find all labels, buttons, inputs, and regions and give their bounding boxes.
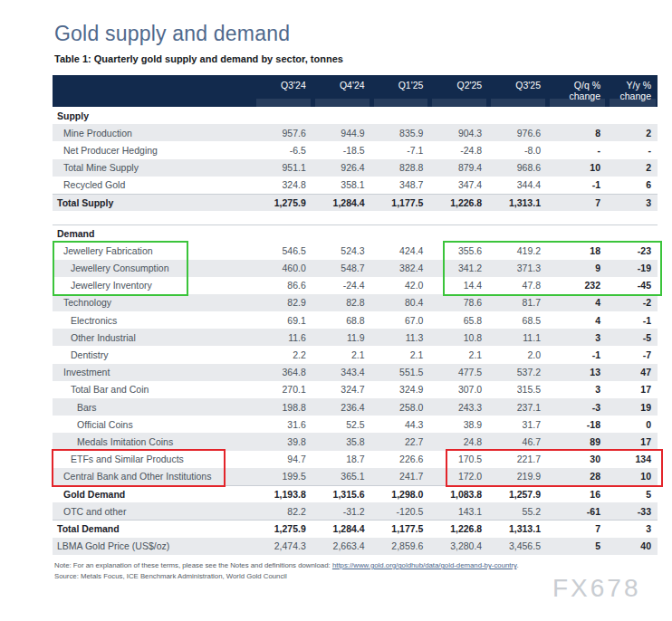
row-label: Bars xyxy=(53,402,254,413)
cell-value: 243.3 xyxy=(429,402,488,413)
cell-value: -7.1 xyxy=(371,145,430,156)
cell-value: -2 xyxy=(607,297,658,308)
cell-value: 42.0 xyxy=(371,280,430,291)
table-row-recycled-gold: Recycled Gold324.8358.1348.7347.4344.4-1… xyxy=(53,177,658,194)
cell-value: 1,226.8 xyxy=(429,523,488,534)
cell-value: 80.4 xyxy=(371,297,430,308)
cell-value: 55.2 xyxy=(488,506,547,517)
cell-value: 1,083.8 xyxy=(429,489,488,500)
cell-value: 13 xyxy=(547,367,607,377)
cell-value: 35.8 xyxy=(312,436,371,447)
footnote: Note: For an explanation of these terms,… xyxy=(54,561,519,569)
cell-value: 258.0 xyxy=(371,402,430,413)
cell-value: 4 xyxy=(547,297,607,308)
cell-value: 348.7 xyxy=(371,179,430,190)
table-row-etfs-and-similar-products: ETFs and Similar Products94.718.7226.617… xyxy=(53,451,658,468)
cell-value: 355.6 xyxy=(429,245,488,256)
cell-value: 324.9 xyxy=(371,384,430,395)
cell-value: -1 xyxy=(607,315,658,326)
cell-value: 324.7 xyxy=(312,384,371,395)
cell-value: 237.1 xyxy=(488,402,547,413)
cell-value: 1,275.9 xyxy=(254,197,312,208)
cell-value: 18.7 xyxy=(312,454,371,464)
cell-value: 951.1 xyxy=(254,162,312,173)
cell-value: 358.1 xyxy=(312,179,371,190)
source-line: Source: Metals Focus, ICE Benchmark Admi… xyxy=(54,572,287,580)
cell-value: 1,315.6 xyxy=(312,489,371,500)
cell-value: -23 xyxy=(607,245,658,256)
row-label: ETFs and Similar Products xyxy=(53,454,254,464)
cell-value: 199.5 xyxy=(254,471,312,482)
cell-value: 22.7 xyxy=(371,436,430,447)
cell-value: 2 xyxy=(607,128,658,139)
row-label: Investment xyxy=(53,367,254,377)
cell-value: 2.1 xyxy=(371,349,430,360)
cell-value: 52.5 xyxy=(312,419,371,430)
cell-value: 241.7 xyxy=(371,471,430,482)
cell-value: 2,663.4 xyxy=(312,540,371,551)
cell-value: -7 xyxy=(607,349,658,360)
cell-value: 548.7 xyxy=(312,263,371,273)
cell-value: - xyxy=(547,145,607,156)
table-row-total-mine-supply: Total Mine Supply951.1926.4828.8879.4968… xyxy=(53,159,658,177)
cell-value: -45 xyxy=(607,280,658,291)
cell-value: 89 xyxy=(547,436,607,447)
cell-value: 551.5 xyxy=(371,367,430,377)
cell-value: 219.9 xyxy=(488,471,547,482)
cell-value: 67.0 xyxy=(371,315,430,326)
row-label: Total Supply xyxy=(53,197,254,208)
cell-value: -1 xyxy=(547,179,607,190)
cell-value: 904.3 xyxy=(429,128,488,139)
row-label: Demand xyxy=(53,228,254,239)
cell-value: 1,284.4 xyxy=(312,197,371,208)
footnote-link[interactable]: https://www.gold.org/goldhub/data/gold-d… xyxy=(332,561,517,569)
cell-value: 315.5 xyxy=(488,384,547,395)
table-row-total-demand: Total Demand1,275.91,284.41,177.51,226.8… xyxy=(53,520,658,537)
cell-value: 31.6 xyxy=(254,419,312,430)
cell-value: 944.9 xyxy=(312,128,371,139)
section-gap xyxy=(53,211,658,225)
cell-value: 2.0 xyxy=(488,349,547,360)
cell-value: 1,313.1 xyxy=(488,197,547,208)
cell-value: 3 xyxy=(547,332,607,343)
cell-value: 30 xyxy=(547,454,607,464)
cell-value: 236.4 xyxy=(312,402,371,413)
cell-value: 232 xyxy=(547,280,607,291)
cell-value: 94.7 xyxy=(254,454,312,464)
row-label: Central Bank and Other Institutions xyxy=(53,471,254,482)
row-label: Total Bar and Coin xyxy=(53,384,254,395)
header-label-spacer xyxy=(53,75,254,107)
cell-value: 170.5 xyxy=(429,454,488,464)
cell-value: -19 xyxy=(607,263,658,273)
cell-value: 82.2 xyxy=(254,506,312,517)
cell-value: 40 xyxy=(607,540,658,551)
row-label: Mine Production xyxy=(53,128,254,139)
cell-value: 424.4 xyxy=(371,245,430,256)
cell-value: 10.8 xyxy=(429,332,488,343)
cell-value: 11.6 xyxy=(254,332,312,343)
cell-value: 19 xyxy=(607,402,658,413)
table-row-dentistry: Dentistry2.22.12.12.12.0-1-7 xyxy=(53,346,658,363)
cell-value: 86.6 xyxy=(254,280,312,291)
cell-value: 11.1 xyxy=(488,332,547,343)
cell-value: 1,226.8 xyxy=(429,197,488,208)
row-label: Gold Demand xyxy=(53,489,254,500)
table-body: SupplyMine Production957.6944.9835.9904.… xyxy=(53,107,658,555)
row-label: Jewellery Fabrication xyxy=(53,245,254,256)
cell-value: 5 xyxy=(607,489,658,500)
table-row-bars: Bars198.8236.4258.0243.3237.1-319 xyxy=(53,398,658,416)
cell-value: 16 xyxy=(547,489,607,500)
row-label: Official Coins xyxy=(53,419,254,430)
footnote-text: Note: For an explanation of these terms,… xyxy=(54,561,332,569)
column-header-q-q: Q/q %change xyxy=(547,75,607,107)
cell-value: 2 xyxy=(607,162,658,173)
cell-value: -3 xyxy=(547,402,607,413)
table-row-central-bank-and-other-institutions: Central Bank and Other Institutions199.5… xyxy=(53,468,658,485)
cell-value: 11.9 xyxy=(312,332,371,343)
cell-value: 7 xyxy=(547,523,607,534)
cell-value: -61 xyxy=(547,506,607,517)
cell-value: 2.1 xyxy=(429,349,488,360)
cell-value: 7 xyxy=(547,197,607,208)
cell-value: 0 xyxy=(607,419,658,430)
cell-value: -18 xyxy=(547,419,607,430)
